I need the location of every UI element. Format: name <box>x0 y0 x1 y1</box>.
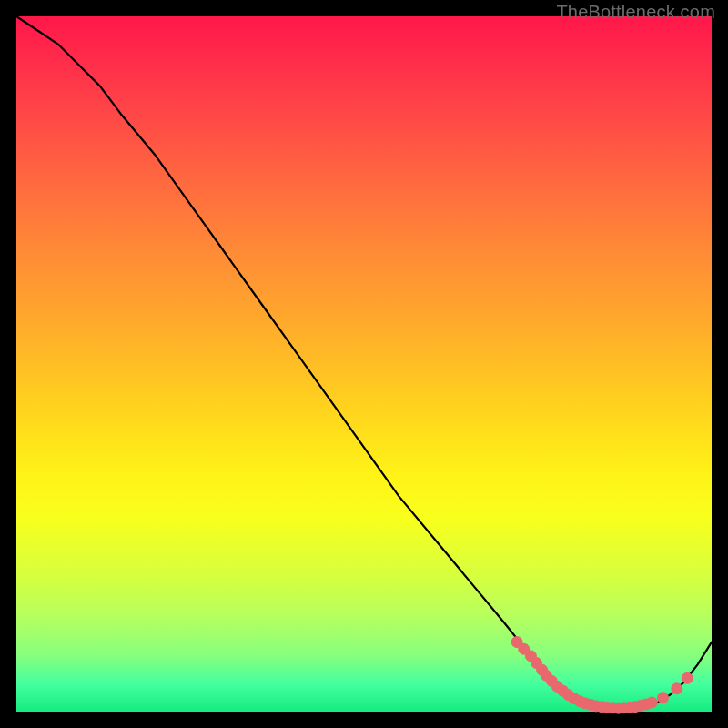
watermark-text: TheBottleneck.com <box>556 2 715 23</box>
curve-point <box>682 672 693 683</box>
chart-overlay <box>16 16 712 712</box>
curve-point <box>646 697 657 708</box>
bottleneck-curve <box>16 16 712 708</box>
curve-point <box>672 683 682 694</box>
chart-frame: TheBottleneck.com <box>0 0 728 728</box>
curve-points-group <box>511 637 693 714</box>
curve-point <box>658 693 669 703</box>
